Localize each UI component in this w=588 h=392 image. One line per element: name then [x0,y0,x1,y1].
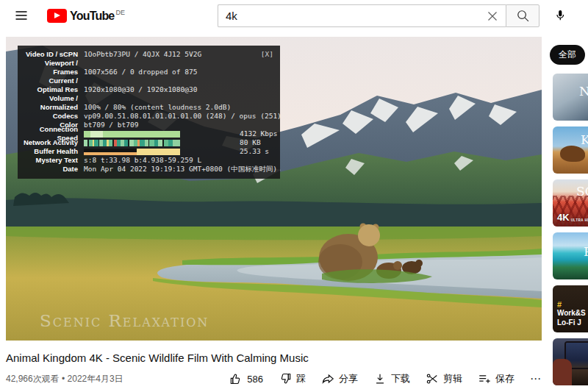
related-videos-list: N K SC 4K ULTRA HD Po # Work&S Lo-Fi J [553,74,588,385]
stats-value: 100% / 80% (content loudness 2.0dB) [84,103,231,112]
hashtag-text: # [557,300,562,309]
thumb-down-icon [279,372,292,385]
stats-value: Mon Apr 04 2022 19:19:13 GMT+0800 (中国标准时… [84,165,277,174]
scissors-icon [426,372,439,385]
search-area [218,4,572,27]
playlist-add-icon [478,372,491,385]
stats-label: Buffer Health [22,147,84,156]
dislike-label: 踩 [296,372,306,385]
stats-value: 80 KB [240,138,261,147]
stats-label: Viewport / Frames [22,59,84,76]
stats-value: s:8 t:33.98 b:4.938-59.259 L [84,156,201,165]
related-thumbnail-6[interactable] [553,338,588,385]
action-bar: 586 踩 分享 下载 剪辑 [229,372,542,385]
stats-label: Codecs [22,112,84,121]
thumb-up-icon [229,372,243,385]
download-button[interactable]: 下载 [373,372,410,385]
download-icon [373,372,387,385]
ultra-hd-text: ULTRA HD [571,218,588,223]
network-activity-graph [84,140,180,146]
share-button[interactable]: 分享 [321,372,358,385]
video-player[interactable]: Scenic Relaxation [X] Video ID / sCPN1Oo… [6,37,542,341]
chip-all[interactable]: 全部 [550,45,585,65]
stats-label: Volume / Normalized [22,94,84,112]
download-label: 下载 [391,372,410,385]
channel-watermark: Scenic Relaxation [40,311,209,330]
stats-label: Network Activity [22,138,84,147]
video-info-section: Animal Kingdom 4K - Scenic Wildlife Film… [6,341,542,392]
stats-value: 1007x566 / 0 dropped of 875 [84,68,197,76]
like-button[interactable]: 586 [229,372,263,385]
stats-value: bt709 / bt709 [84,121,138,129]
related-thumbnail-3[interactable]: SC 4K ULTRA HD [553,179,588,227]
stats-value: 1OoPbtb73PU / 4QJX 4J12 5V2G [84,50,201,59]
thumbnail-title-letter: N [579,84,588,99]
stats-value: 1920x1080@30 / 1920x1080@30 [84,85,197,94]
stats-value: 4132 Kbps [240,129,277,138]
region-badge: DE [115,9,125,16]
chair-figure [553,359,572,385]
video-title: Animal Kingdom 4K - Scenic Wildlife Film… [6,352,542,364]
youtube-watch-page: YouTube DE [0,0,588,392]
stats-value: vp09.00.51.08.01.01.01.01.00 (248) / opu… [84,112,282,121]
share-icon [321,372,334,385]
thumbnail-text-line2: Lo-Fi J [557,318,581,327]
search-box [218,4,506,27]
stats-label: Video ID / sCPN [22,50,84,59]
search-button[interactable] [506,4,539,27]
stats-label: Date [22,165,84,174]
connection-speed-graph [84,131,180,138]
youtube-play-icon [47,9,67,23]
filter-chips: 全部 [550,45,588,65]
save-button[interactable]: 保存 [478,372,514,385]
buffer-health-graph [84,149,180,155]
more-actions-button[interactable]: ⋯ [530,372,542,385]
save-label: 保存 [495,372,514,385]
voice-search-button[interactable] [548,4,572,27]
like-count: 586 [247,374,263,385]
thumbnail-title-letter: K [581,132,588,147]
related-thumbnail-4[interactable]: Po [553,232,588,279]
clip-button[interactable]: 剪辑 [426,372,462,385]
stats-label: Mystery Text [22,156,84,165]
related-thumbnail-1[interactable]: N [553,74,588,121]
share-label: 分享 [339,372,358,385]
4k-badge-text: 4K [557,212,570,223]
clear-search-icon[interactable] [485,9,500,24]
stats-label: Current / Optimal Res [22,76,84,94]
stats-value: 25.33 s [240,147,269,156]
related-thumbnail-5[interactable]: # Work&S Lo-Fi J [553,285,588,332]
close-stats-icon[interactable]: [X] [261,50,273,59]
stats-for-nerds-panel: [X] Video ID / sCPN1OoPbtb73PU / 4QJX 4J… [18,46,280,179]
thumbnail-title-letter: SC [576,184,588,199]
hamburger-menu-icon[interactable] [13,7,29,24]
youtube-logo[interactable]: YouTube DE [47,9,125,23]
related-thumbnail-2[interactable]: K [553,126,588,174]
4k-badge: 4K ULTRA HD [557,212,588,223]
thumbnail-title-letter: Po [584,244,588,259]
top-bar: YouTube DE [0,0,588,31]
meta-row: 42,966次观看 • 2022年4月3日 586 踩 分享 下载 [6,372,542,385]
lion-figure [560,146,585,162]
dislike-button[interactable]: 踩 [279,372,306,385]
thumbnail-text-line1: Work&S [557,309,586,317]
views-and-date: 42,966次观看 • 2022年4月3日 [6,373,123,385]
search-input[interactable] [226,6,484,26]
youtube-wordmark: YouTube [70,9,114,23]
clip-label: 剪辑 [443,372,462,385]
